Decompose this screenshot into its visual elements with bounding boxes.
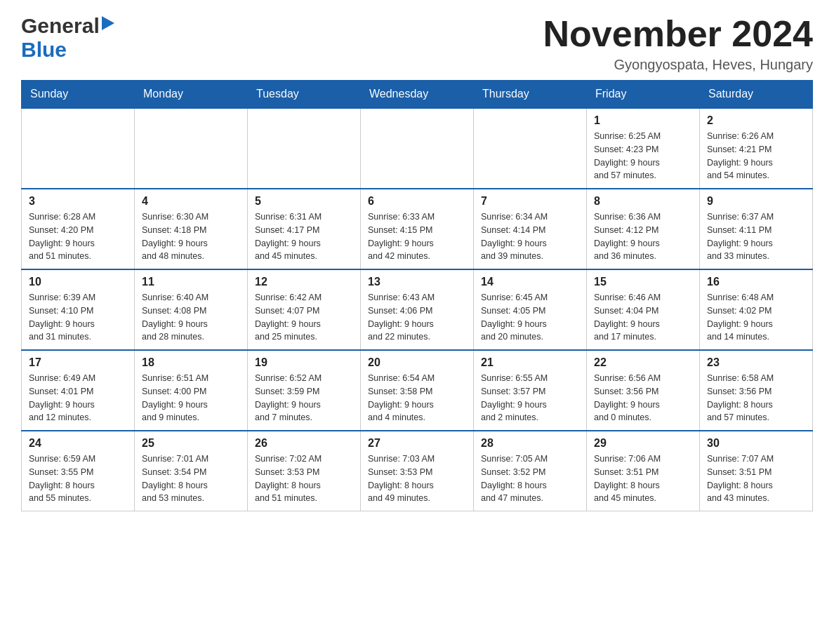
calendar-cell-w1-d2 (248, 108, 361, 189)
day-number: 21 (481, 356, 579, 369)
day-info: Sunrise: 6:56 AM Sunset: 3:56 PM Dayligh… (594, 372, 692, 424)
calendar-cell-w2-d6: 9Sunrise: 6:37 AM Sunset: 4:11 PM Daylig… (700, 189, 813, 269)
calendar-cell-w2-d1: 4Sunrise: 6:30 AM Sunset: 4:18 PM Daylig… (135, 189, 248, 269)
day-number: 8 (594, 195, 692, 208)
day-info: Sunrise: 6:58 AM Sunset: 3:56 PM Dayligh… (707, 372, 805, 424)
calendar-cell-w4-d4: 21Sunrise: 6:55 AM Sunset: 3:57 PM Dayli… (474, 350, 587, 431)
day-info: Sunrise: 6:54 AM Sunset: 3:58 PM Dayligh… (368, 372, 466, 424)
day-number: 17 (29, 356, 127, 369)
day-number: 25 (142, 437, 240, 450)
logo: General Blue (21, 14, 114, 62)
day-number: 10 (29, 276, 127, 288)
day-info: Sunrise: 6:34 AM Sunset: 4:14 PM Dayligh… (481, 210, 579, 263)
day-info: Sunrise: 6:49 AM Sunset: 4:01 PM Dayligh… (29, 372, 127, 424)
day-number: 7 (481, 195, 579, 208)
header-sunday: Sunday (22, 81, 135, 109)
day-info: Sunrise: 6:33 AM Sunset: 4:15 PM Dayligh… (368, 210, 466, 263)
calendar-cell-w2-d0: 3Sunrise: 6:28 AM Sunset: 4:20 PM Daylig… (22, 189, 135, 269)
calendar-cell-w1-d1 (135, 108, 248, 189)
calendar-cell-w3-d3: 13Sunrise: 6:43 AM Sunset: 4:06 PM Dayli… (361, 269, 474, 350)
day-number: 5 (255, 195, 353, 208)
calendar-cell-w4-d3: 20Sunrise: 6:54 AM Sunset: 3:58 PM Dayli… (361, 350, 474, 431)
day-number: 28 (481, 437, 579, 450)
week-row-2: 3Sunrise: 6:28 AM Sunset: 4:20 PM Daylig… (22, 189, 813, 269)
day-number: 12 (255, 276, 353, 288)
calendar-cell-w1-d3 (361, 108, 474, 189)
calendar-cell-w2-d5: 8Sunrise: 6:36 AM Sunset: 4:12 PM Daylig… (587, 189, 700, 269)
month-title: November 2024 (543, 14, 813, 54)
calendar-table: Sunday Monday Tuesday Wednesday Thursday… (21, 80, 813, 511)
header-thursday: Thursday (474, 81, 587, 109)
day-number: 13 (368, 276, 466, 288)
calendar-cell-w3-d5: 15Sunrise: 6:46 AM Sunset: 4:04 PM Dayli… (587, 269, 700, 350)
week-row-1: 1Sunrise: 6:25 AM Sunset: 4:23 PM Daylig… (22, 108, 813, 189)
calendar-cell-w2-d4: 7Sunrise: 6:34 AM Sunset: 4:14 PM Daylig… (474, 189, 587, 269)
header-saturday: Saturday (700, 81, 813, 109)
logo-general-text: General (21, 14, 100, 38)
calendar-cell-w2-d2: 5Sunrise: 6:31 AM Sunset: 4:17 PM Daylig… (248, 189, 361, 269)
day-info: Sunrise: 6:51 AM Sunset: 4:00 PM Dayligh… (142, 372, 240, 424)
week-row-3: 10Sunrise: 6:39 AM Sunset: 4:10 PM Dayli… (22, 269, 813, 350)
day-info: Sunrise: 6:59 AM Sunset: 3:55 PM Dayligh… (29, 452, 127, 505)
weekday-header-row: Sunday Monday Tuesday Wednesday Thursday… (22, 81, 813, 109)
day-number: 29 (594, 437, 692, 450)
day-info: Sunrise: 7:03 AM Sunset: 3:53 PM Dayligh… (368, 452, 466, 505)
logo-blue-text: Blue (21, 38, 67, 61)
calendar-cell-w5-d0: 24Sunrise: 6:59 AM Sunset: 3:55 PM Dayli… (22, 431, 135, 511)
day-info: Sunrise: 6:55 AM Sunset: 3:57 PM Dayligh… (481, 372, 579, 424)
header-monday: Monday (135, 81, 248, 109)
calendar-cell-w3-d6: 16Sunrise: 6:48 AM Sunset: 4:02 PM Dayli… (700, 269, 813, 350)
calendar-cell-w1-d6: 2Sunrise: 6:26 AM Sunset: 4:21 PM Daylig… (700, 108, 813, 189)
day-number: 27 (368, 437, 466, 450)
day-info: Sunrise: 6:36 AM Sunset: 4:12 PM Dayligh… (594, 210, 692, 263)
day-number: 30 (707, 437, 805, 450)
calendar-cell-w5-d4: 28Sunrise: 7:05 AM Sunset: 3:52 PM Dayli… (474, 431, 587, 511)
day-number: 6 (368, 195, 466, 208)
calendar-cell-w5-d3: 27Sunrise: 7:03 AM Sunset: 3:53 PM Dayli… (361, 431, 474, 511)
calendar-cell-w4-d2: 19Sunrise: 6:52 AM Sunset: 3:59 PM Dayli… (248, 350, 361, 431)
calendar-cell-w5-d2: 26Sunrise: 7:02 AM Sunset: 3:53 PM Dayli… (248, 431, 361, 511)
day-info: Sunrise: 6:40 AM Sunset: 4:08 PM Dayligh… (142, 291, 240, 344)
day-info: Sunrise: 6:45 AM Sunset: 4:05 PM Dayligh… (481, 291, 579, 344)
day-info: Sunrise: 7:02 AM Sunset: 3:53 PM Dayligh… (255, 452, 353, 505)
day-number: 4 (142, 195, 240, 208)
day-number: 24 (29, 437, 127, 450)
day-info: Sunrise: 6:30 AM Sunset: 4:18 PM Dayligh… (142, 210, 240, 263)
day-info: Sunrise: 6:42 AM Sunset: 4:07 PM Dayligh… (255, 291, 353, 344)
day-info: Sunrise: 6:25 AM Sunset: 4:23 PM Dayligh… (594, 130, 692, 182)
day-number: 19 (255, 356, 353, 369)
logo-arrow-icon (102, 16, 114, 33)
calendar-cell-w1-d4 (474, 108, 587, 189)
header-friday: Friday (587, 81, 700, 109)
day-number: 9 (707, 195, 805, 208)
day-number: 3 (29, 195, 127, 208)
day-info: Sunrise: 7:01 AM Sunset: 3:54 PM Dayligh… (142, 452, 240, 505)
calendar-cell-w3-d4: 14Sunrise: 6:45 AM Sunset: 4:05 PM Dayli… (474, 269, 587, 350)
day-number: 18 (142, 356, 240, 369)
calendar-cell-w4-d5: 22Sunrise: 6:56 AM Sunset: 3:56 PM Dayli… (587, 350, 700, 431)
day-info: Sunrise: 6:28 AM Sunset: 4:20 PM Dayligh… (29, 210, 127, 263)
day-number: 20 (368, 356, 466, 369)
location-subtitle: Gyongyospata, Heves, Hungary (543, 57, 813, 73)
calendar-cell-w4-d1: 18Sunrise: 6:51 AM Sunset: 4:00 PM Dayli… (135, 350, 248, 431)
day-number: 14 (481, 276, 579, 288)
header-wednesday: Wednesday (361, 81, 474, 109)
day-info: Sunrise: 6:26 AM Sunset: 4:21 PM Dayligh… (707, 130, 805, 182)
day-info: Sunrise: 6:39 AM Sunset: 4:10 PM Dayligh… (29, 291, 127, 344)
calendar-cell-w1-d5: 1Sunrise: 6:25 AM Sunset: 4:23 PM Daylig… (587, 108, 700, 189)
calendar-cell-w1-d0 (22, 108, 135, 189)
calendar-cell-w5-d5: 29Sunrise: 7:06 AM Sunset: 3:51 PM Dayli… (587, 431, 700, 511)
day-info: Sunrise: 6:43 AM Sunset: 4:06 PM Dayligh… (368, 291, 466, 344)
calendar-cell-w2-d3: 6Sunrise: 6:33 AM Sunset: 4:15 PM Daylig… (361, 189, 474, 269)
week-row-4: 17Sunrise: 6:49 AM Sunset: 4:01 PM Dayli… (22, 350, 813, 431)
day-number: 1 (594, 114, 692, 127)
day-number: 2 (707, 114, 805, 127)
week-row-5: 24Sunrise: 6:59 AM Sunset: 3:55 PM Dayli… (22, 431, 813, 511)
day-info: Sunrise: 7:07 AM Sunset: 3:51 PM Dayligh… (707, 452, 805, 505)
day-number: 26 (255, 437, 353, 450)
day-info: Sunrise: 6:37 AM Sunset: 4:11 PM Dayligh… (707, 210, 805, 263)
calendar-cell-w3-d0: 10Sunrise: 6:39 AM Sunset: 4:10 PM Dayli… (22, 269, 135, 350)
day-number: 23 (707, 356, 805, 369)
calendar-cell-w4-d6: 23Sunrise: 6:58 AM Sunset: 3:56 PM Dayli… (700, 350, 813, 431)
day-number: 16 (707, 276, 805, 288)
